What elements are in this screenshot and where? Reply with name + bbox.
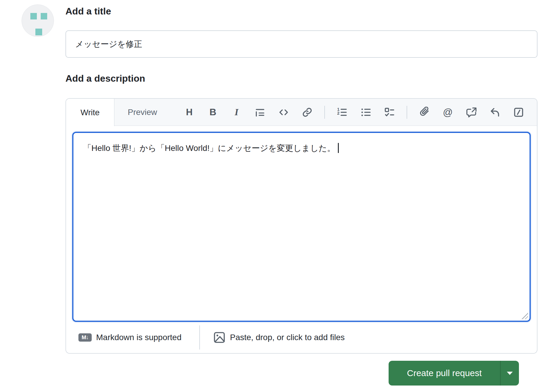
- ordered-list-icon: 1 2: [336, 107, 348, 118]
- heading-button[interactable]: H: [183, 105, 196, 120]
- tab-preview[interactable]: Preview: [114, 99, 170, 126]
- footer-divider: [199, 325, 200, 350]
- bold-button[interactable]: B: [206, 105, 219, 120]
- resize-handle[interactable]: [520, 311, 528, 319]
- task-list-button[interactable]: [383, 105, 396, 120]
- markdown-icon: M↓: [78, 333, 92, 342]
- avatar: [22, 4, 54, 37]
- create-pull-request-button[interactable]: Create pull request: [389, 361, 500, 386]
- italic-button[interactable]: I: [230, 105, 243, 120]
- bold-icon: B: [210, 107, 216, 118]
- image-icon: [213, 331, 226, 344]
- paperclip-icon: [419, 107, 430, 118]
- identicon-square: [30, 13, 37, 19]
- description-textarea[interactable]: 「Hello 世界!」から「Hello World!」にメッセージを変更しました…: [72, 132, 531, 322]
- attach-file-button[interactable]: [418, 105, 431, 120]
- unordered-list-icon: [360, 107, 372, 118]
- identicon-square: [41, 13, 47, 19]
- italic-icon: I: [235, 107, 238, 118]
- link-icon: [302, 107, 313, 118]
- mention-button[interactable]: @: [441, 105, 454, 120]
- quote-icon: [254, 107, 266, 118]
- create-pull-request-form: Add a title Add a description Write Prev…: [0, 0, 549, 392]
- title-input[interactable]: [65, 30, 538, 58]
- code-button[interactable]: [277, 105, 290, 120]
- ordered-list-button[interactable]: 1 2: [336, 105, 349, 120]
- markdown-editor: Write Preview H B I: [65, 98, 538, 354]
- tab-write[interactable]: Write: [66, 99, 114, 126]
- description-text: 「Hello 世界!」から「Hello World!」にメッセージを変更しました…: [83, 144, 335, 153]
- heading-icon: H: [186, 107, 193, 118]
- attach-hint-text: Paste, drop, or click to add files: [230, 333, 345, 342]
- saved-replies-button[interactable]: [512, 105, 525, 120]
- toolbar-divider: [407, 106, 407, 119]
- text-cursor: [338, 143, 339, 153]
- reply-button[interactable]: [489, 105, 502, 120]
- editor-footer: M↓ Markdown is supported Paste, drop, or…: [66, 322, 537, 353]
- link-button[interactable]: [301, 105, 314, 120]
- add-title-label: Add a title: [65, 6, 111, 17]
- slash-box-icon: [513, 107, 524, 118]
- mention-icon: @: [443, 107, 453, 118]
- code-icon: [278, 107, 289, 118]
- create-pull-request-split-button: Create pull request: [389, 361, 519, 386]
- add-description-label: Add a description: [65, 73, 145, 84]
- editor-toolbar: Write Preview H B I: [66, 99, 537, 126]
- create-options-dropdown[interactable]: [501, 361, 519, 386]
- markdown-supported-link[interactable]: M↓ Markdown is supported: [78, 322, 181, 353]
- chevron-down-icon: [507, 372, 513, 375]
- svg-text:2: 2: [337, 111, 340, 115]
- markdown-hint-text: Markdown is supported: [96, 333, 181, 342]
- quote-button[interactable]: [254, 105, 267, 120]
- toolbar-divider: [324, 106, 325, 119]
- attach-files-button[interactable]: Paste, drop, or click to add files: [213, 322, 345, 353]
- reply-icon: [489, 107, 501, 118]
- cross-reference-button[interactable]: [465, 105, 478, 120]
- cross-reference-icon: [466, 107, 477, 118]
- task-list-icon: [384, 107, 395, 118]
- identicon-square: [35, 29, 42, 35]
- unordered-list-button[interactable]: [359, 105, 372, 120]
